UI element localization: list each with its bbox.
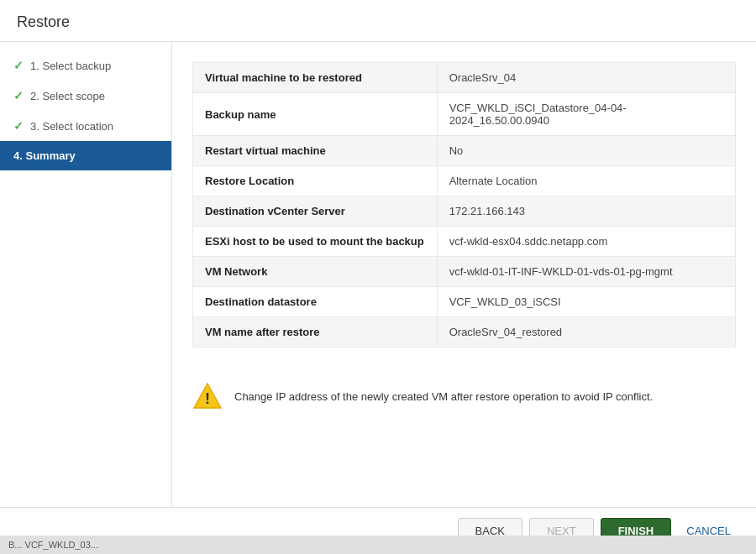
check-icon-1: ✓: [13, 59, 24, 72]
row-value: OracleSrv_04: [437, 63, 735, 93]
row-value: VCF_WKLD_03_iSCSI: [437, 287, 735, 317]
table-row: Destination vCenter Server172.21.166.143: [193, 196, 736, 227]
table-row: Backup nameVCF_WKLD_iSCI_Datastore_04-04…: [193, 93, 736, 136]
warning-box: ! Change IP address of the newly created…: [192, 373, 736, 420]
sidebar: ✓ 1. Select backup ✓ 2. Select scope ✓ 3…: [0, 42, 172, 507]
dialog-title: Restore: [0, 0, 756, 42]
row-label: VM Network: [193, 257, 438, 287]
check-icon-2: ✓: [13, 89, 24, 102]
sidebar-item-select-backup[interactable]: ✓ 1. Select backup: [0, 50, 171, 81]
row-value: No: [437, 136, 735, 166]
sidebar-label-1: 1. Select backup: [30, 60, 111, 72]
row-label: Virtual machine to be restored: [193, 63, 438, 93]
row-label: Backup name: [193, 93, 438, 136]
row-label: Restart virtual machine: [193, 136, 438, 166]
warning-text: Change IP address of the newly created V…: [234, 390, 653, 403]
dialog-body: ✓ 1. Select backup ✓ 2. Select scope ✓ 3…: [0, 42, 756, 507]
row-label: Destination vCenter Server: [193, 196, 438, 227]
table-row: VM Networkvcf-wkld-01-IT-INF-WKLD-01-vds…: [193, 257, 736, 287]
sidebar-label-4: 4. Summary: [13, 149, 76, 162]
row-label: Destination datastore: [193, 287, 438, 317]
sidebar-item-select-location[interactable]: ✓ 3. Select location: [0, 111, 171, 141]
warning-icon: !: [192, 381, 223, 411]
main-content: Virtual machine to be restoredOracleSrv_…: [172, 42, 756, 507]
row-label: Restore Location: [193, 166, 438, 196]
bottom-bar-text: B... VCF_WKLD_03...: [8, 540, 98, 550]
summary-table: Virtual machine to be restoredOracleSrv_…: [192, 62, 736, 348]
row-value: Alternate Location: [437, 166, 735, 196]
sidebar-item-summary[interactable]: 4. Summary: [0, 141, 171, 170]
svg-text:!: !: [205, 390, 210, 407]
sidebar-label-2: 2. Select scope: [30, 90, 105, 102]
row-value: vcf-wkld-01-IT-INF-WKLD-01-vds-01-pg-mgm…: [437, 257, 735, 287]
row-value: OracleSrv_04_restored: [437, 317, 735, 348]
check-icon-3: ✓: [13, 119, 24, 133]
restore-dialog: Restore ✓ 1. Select backup ✓ 2. Select s…: [0, 0, 756, 554]
row-label: VM name after restore: [193, 317, 438, 348]
row-value: VCF_WKLD_iSCI_Datastore_04-04-2024_16.50…: [437, 93, 735, 136]
sidebar-item-select-scope[interactable]: ✓ 2. Select scope: [0, 81, 171, 111]
title-text: Restore: [17, 13, 70, 30]
table-row: Restore LocationAlternate Location: [193, 166, 736, 196]
table-row: ESXi host to be used to mount the backup…: [193, 227, 736, 257]
bottom-bar: B... VCF_WKLD_03...: [0, 536, 756, 554]
row-value: vcf-wkld-esx04.sddc.netapp.com: [437, 227, 735, 257]
table-row: Restart virtual machineNo: [193, 136, 736, 166]
row-label: ESXi host to be used to mount the backup: [193, 227, 438, 257]
table-row: Virtual machine to be restoredOracleSrv_…: [193, 63, 736, 93]
table-row: Destination datastoreVCF_WKLD_03_iSCSI: [193, 287, 736, 317]
table-row: VM name after restoreOracleSrv_04_restor…: [193, 317, 736, 348]
row-value: 172.21.166.143: [437, 196, 735, 227]
sidebar-label-3: 3. Select location: [30, 120, 113, 133]
